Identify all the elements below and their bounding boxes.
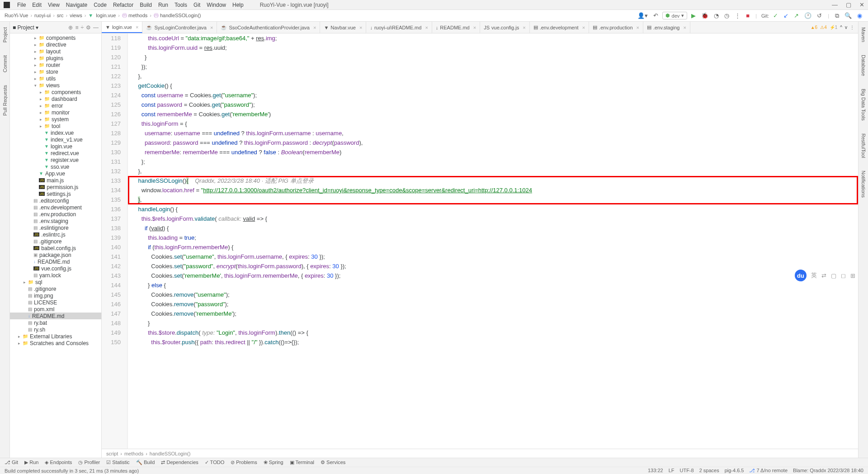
bottom-spring[interactable]: ❀ Spring [264, 460, 283, 465]
float-icon3[interactable]: ◻ [841, 272, 846, 279]
close-icon[interactable]: × [313, 25, 316, 30]
tree-router[interactable]: ▸📁router [10, 62, 101, 68]
bottom-dependencies[interactable]: ⇄ Dependencies [161, 460, 198, 465]
tree-system[interactable]: ▸📁system [10, 116, 101, 123]
close-icon[interactable]: × [425, 25, 428, 30]
bottom-git[interactable]: ⎇ Git [5, 460, 18, 465]
tree-views[interactable]: ▾📁views [10, 82, 101, 89]
rollback-icon[interactable]: ↺ [816, 12, 823, 19]
push-icon[interactable]: ↗ [793, 12, 800, 19]
close-icon[interactable]: × [136, 24, 138, 30]
close-icon[interactable]: × [523, 25, 525, 30]
collapse-icon[interactable]: ÷ [80, 24, 84, 31]
baidu-icon[interactable]: du [795, 270, 807, 281]
left-tab-project[interactable]: Project [2, 25, 8, 44]
tree-README.md[interactable]: ↓README.md [10, 258, 101, 265]
coverage-icon[interactable]: ◔ [712, 12, 720, 19]
tree-package.json[interactable]: ▣package.json [10, 251, 101, 258]
tree-tool[interactable]: ▸📁tool [10, 123, 101, 129]
tree-App.vue[interactable]: ▼App.vue [10, 170, 101, 177]
tree-Scratches and Consoles[interactable]: ▸📁Scratches and Consoles [10, 340, 101, 346]
crumb-3[interactable]: views [70, 13, 82, 18]
tree-ry.sh[interactable]: ▤ry.sh [10, 326, 101, 333]
right-tab-notifications[interactable]: Notifications [861, 169, 866, 199]
bottom-statistic[interactable]: ☑ Statistic [106, 460, 130, 465]
add-user-icon[interactable]: 👤▾ [636, 12, 649, 19]
tree-.gitignore[interactable]: ▤.gitignore [10, 238, 101, 245]
close-icon[interactable]: × [359, 25, 362, 30]
menu-run[interactable]: Run [156, 1, 171, 9]
tree-components[interactable]: ▸📁components [10, 34, 101, 41]
tree-permission.js[interactable]: JSpermission.js [10, 184, 101, 190]
tab-vue.config.js[interactable]: JSvue.config.js× [480, 22, 529, 33]
stop-icon[interactable]: ■ [745, 12, 751, 19]
split-icon[interactable]: ⧉ [834, 12, 840, 19]
menu-window[interactable]: Window [204, 1, 229, 9]
tree-sso.vue[interactable]: ▼sso.vue [10, 163, 101, 170]
code-editor[interactable]: this.codeUrl = "data:image/gif;base64," … [128, 33, 858, 449]
bottom-endpoints[interactable]: ◈ Endpoints [45, 460, 72, 465]
tab-ruoyi-ui\README.md[interactable]: ↓ruoyi-ui\README.md× [366, 22, 432, 33]
crumb-2[interactable]: src [57, 13, 64, 18]
minimize-icon[interactable]: — [832, 1, 838, 8]
tab-.env.production[interactable]: ▤.env.production× [589, 22, 643, 33]
tree-.eslintignore[interactable]: ▤.eslintignore [10, 224, 101, 231]
bottom-profiler[interactable]: ◷ Profiler [78, 460, 100, 465]
status-5[interactable]: ⎇ 7 Δ/no remote [749, 468, 788, 474]
back-icon[interactable]: ↶ [652, 12, 660, 19]
code-crumb[interactable]: handleSSOLogin() [150, 451, 191, 456]
tree-ry.bat[interactable]: ▤ry.bat [10, 319, 101, 326]
tree-settings.js[interactable]: JSsettings.js [10, 190, 101, 197]
profile-icon[interactable]: ◷ [723, 12, 731, 19]
tree-utils[interactable]: ▸📁utils [10, 75, 101, 82]
bottom-todo[interactable]: ✓ TODO [205, 460, 224, 465]
commit-icon[interactable]: ✓ [772, 12, 779, 19]
right-tab-big-data-tools[interactable]: Big Data Tools [861, 87, 866, 123]
float-icon1[interactable]: ⇄ [821, 272, 826, 279]
tree-babel.config.js[interactable]: JSbabel.config.js [10, 245, 101, 251]
tree-.env.production[interactable]: ▤.env.production [10, 211, 101, 218]
settings-icon[interactable]: ⚙ [86, 24, 91, 31]
menu-git[interactable]: Git [191, 1, 203, 9]
close-icon[interactable]: × [473, 25, 476, 30]
tree-main.js[interactable]: JSmain.js [10, 177, 101, 184]
tab-.env.staging[interactable]: ▤.env.staging× [643, 22, 690, 33]
tree-sql[interactable]: ▸📁sql [10, 279, 101, 285]
tree-vue.config.js[interactable]: JSvue.config.js [10, 265, 101, 272]
status-4[interactable]: pig-4.6.5 [725, 468, 744, 474]
tree-README.md[interactable]: ↓README.md [10, 313, 101, 319]
status-1[interactable]: LF [669, 468, 675, 474]
run-icon[interactable]: ▶ [690, 12, 697, 19]
tree-redirect.vue[interactable]: ▼redirect.vue [10, 150, 101, 156]
tree-components[interactable]: ▸📁components [10, 89, 101, 95]
menu-refactor[interactable]: Refactor [110, 1, 136, 9]
tree-.env.development[interactable]: ▤.env.development [10, 204, 101, 211]
tree-directive[interactable]: ▸📁directive [10, 41, 101, 48]
search-icon[interactable]: 🔍 [843, 12, 853, 19]
history-icon[interactable]: 🕐 [803, 12, 813, 19]
float-icon4[interactable]: ⊞ [850, 272, 855, 279]
tree-store[interactable]: ▸📁store [10, 68, 101, 75]
tree-LICENSE[interactable]: ▤LICENSE [10, 299, 101, 306]
tree-.eslintrc.js[interactable]: JS.eslintrc.js [10, 231, 101, 238]
tree-login.vue[interactable]: ▼login.vue [10, 143, 101, 150]
status-2[interactable]: UTF-8 [679, 468, 693, 474]
tab-README.md[interactable]: ↓README.md× [432, 22, 480, 33]
hide-icon[interactable]: — [93, 24, 99, 31]
tree-register.vue[interactable]: ▼register.vue [10, 156, 101, 163]
main-menu[interactable]: FileEditViewNavigateCodeRefactorBuildRun… [14, 1, 246, 9]
tree-yarn.lock[interactable]: ▤yarn.lock [10, 272, 101, 279]
tree-layout[interactable]: ▸📁layout [10, 48, 101, 55]
tree-error[interactable]: ▸📁error [10, 102, 101, 109]
menu-view[interactable]: View [45, 1, 62, 9]
code-breadcrumb[interactable]: script›methods›handleSSOLogin() [102, 449, 858, 458]
left-tab-pull-requests[interactable]: Pull Requests [2, 83, 8, 118]
close-icon[interactable]: ✕ [859, 1, 864, 8]
menu-navigate[interactable]: Navigate [63, 1, 90, 9]
bottom-services[interactable]: ⚙ Services [321, 460, 345, 465]
crumb-0[interactable]: RuoYi-Vue [5, 13, 28, 18]
float-icon2[interactable]: ▢ [831, 272, 836, 279]
avatar-icon[interactable]: ◉ [856, 12, 863, 19]
tree-.env.staging[interactable]: ▤.env.staging [10, 218, 101, 224]
right-tab-restfultool[interactable]: RestfulTool [861, 132, 866, 160]
